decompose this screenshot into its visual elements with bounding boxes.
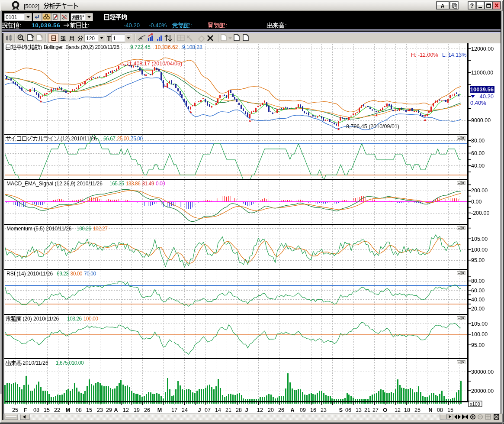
svg-text:MACD_EMA_Signal (12,26,9) 2010: MACD_EMA_Signal (12,26,9) 2010/11/26 — [6, 181, 103, 187]
svg-text:12: 12 — [395, 407, 401, 413]
svg-text:70.00: 70.00 — [84, 271, 96, 277]
svg-text:9,108.28: 9,108.28 — [182, 44, 202, 50]
svg-text:11,408.17 (2010/04/05): 11,408.17 (2010/04/05) — [126, 61, 182, 67]
svg-text:12: 12 — [123, 407, 129, 413]
svg-text:40.20: 40.20 — [479, 93, 494, 100]
svg-text:15: 15 — [44, 407, 50, 413]
svg-text:95.00: 95.00 — [471, 257, 485, 263]
svg-text:Bollinger_Bands (20,2) 2010/11: Bollinger_Bands (20,2) 2010/11/26 — [44, 44, 119, 50]
svg-text:F: F — [24, 407, 27, 413]
svg-text:[5002]: [5002] — [24, 3, 39, 10]
svg-text:(20) 2010/11/26: (20) 2010/11/26 — [22, 316, 59, 322]
svg-text:0.00: 0.00 — [471, 199, 482, 205]
svg-text:(12) 2010/11/26: (12) 2010/11/26 — [61, 136, 97, 142]
svg-text:M: M — [157, 407, 162, 413]
svg-text:13: 13 — [356, 407, 362, 413]
svg-text:9,722.45: 9,722.45 — [130, 44, 151, 50]
svg-text:23: 23 — [97, 407, 103, 413]
svg-text:10039.56: 10039.56 — [470, 86, 494, 93]
svg-text:102.27: 102.27 — [93, 226, 108, 232]
svg-text:26: 26 — [278, 407, 284, 413]
svg-text:10,336.62: 10,336.62 — [155, 44, 178, 50]
svg-text:M: M — [66, 407, 70, 413]
svg-text::: : — [20, 22, 22, 29]
svg-text:75.00: 75.00 — [131, 136, 143, 142]
svg-text:A: A — [290, 407, 294, 413]
svg-text:28: 28 — [236, 407, 242, 413]
svg-text:40.00: 40.00 — [471, 163, 485, 169]
svg-text:105.00: 105.00 — [471, 236, 488, 242]
svg-text:14: 14 — [215, 407, 221, 413]
svg-text:10,039.56: 10,039.56 — [32, 22, 60, 29]
svg-text:100.00: 100.00 — [471, 331, 488, 337]
svg-text:J: J — [245, 407, 248, 413]
svg-text:20: 20 — [268, 407, 274, 413]
svg-text:-40.20: -40.20 — [124, 22, 140, 29]
svg-text:80.00: 80.00 — [471, 278, 485, 284]
svg-text:*: * — [82, 14, 84, 20]
svg-text:80.00: 80.00 — [471, 138, 485, 144]
svg-text:69.23: 69.23 — [57, 271, 69, 277]
svg-text:120: 120 — [86, 36, 95, 42]
svg-text:(: ( — [27, 44, 29, 50]
svg-text:L: 14.13%: L: 14.13% — [442, 52, 466, 58]
svg-text:30000.00: 30000.00 — [471, 369, 494, 375]
svg-text:22: 22 — [54, 407, 60, 413]
svg-text:S: S — [339, 407, 343, 413]
svg-text:24: 24 — [182, 407, 188, 413]
svg-text:H: -12.00%: H: -12.00% — [411, 52, 438, 58]
svg-text:T: T — [107, 35, 111, 42]
svg-text:D: D — [32, 35, 34, 38]
svg-text:RSI (14) 2010/11/26: RSI (14) 2010/11/26 — [6, 271, 53, 277]
svg-text:-0.40%: -0.40% — [149, 22, 167, 29]
svg-text:133.86: 133.86 — [126, 181, 141, 187]
svg-text:09: 09 — [300, 407, 306, 413]
svg-text:2010/11/26: 2010/11/26 — [22, 360, 48, 366]
svg-text:30.00: 30.00 — [71, 271, 83, 277]
svg-text:?: ? — [470, 2, 474, 9]
svg-text:R: R — [41, 35, 43, 38]
svg-text:06: 06 — [345, 407, 351, 413]
svg-text:165.35: 165.35 — [109, 181, 125, 187]
svg-text::: : — [285, 22, 287, 29]
svg-text::: : — [88, 22, 90, 29]
svg-text:20.00: 20.00 — [471, 306, 485, 312]
svg-text:N: N — [428, 407, 432, 413]
svg-text:103.26: 103.26 — [67, 316, 82, 322]
svg-text:11000.00: 11000.00 — [471, 70, 493, 76]
svg-text:105.00: 105.00 — [471, 321, 488, 327]
svg-text::: : — [226, 22, 228, 29]
svg-text:27: 27 — [372, 407, 379, 413]
svg-text:20000.00: 20000.00 — [471, 388, 494, 394]
svg-text:1: 1 — [113, 36, 116, 42]
svg-text:100.00: 100.00 — [471, 247, 488, 253]
svg-text:08: 08 — [76, 407, 82, 413]
svg-text:200.00: 200.00 — [471, 188, 488, 194]
svg-text:8,796.45 (2010/09/01): 8,796.45 (2010/09/01) — [346, 123, 399, 129]
svg-text:16: 16 — [310, 407, 316, 413]
svg-text:26: 26 — [144, 407, 150, 413]
svg-text:0.00: 0.00 — [156, 181, 165, 187]
svg-text:21: 21 — [225, 407, 231, 413]
svg-text:60.00: 60.00 — [471, 288, 485, 294]
svg-text:07: 07 — [205, 407, 211, 413]
svg-text:18: 18 — [404, 407, 410, 413]
svg-text:21: 21 — [364, 407, 370, 413]
svg-text:O: O — [383, 407, 387, 413]
svg-text:40.00: 40.00 — [471, 297, 485, 303]
svg-text:1,675,010.00: 1,675,010.00 — [56, 360, 84, 366]
svg-text:12000.00: 12000.00 — [471, 46, 494, 52]
svg-text:60.00: 60.00 — [471, 150, 485, 156]
svg-text:A: A — [114, 407, 118, 413]
svg-text:J: J — [198, 407, 201, 413]
svg-text:): ) — [40, 44, 42, 50]
svg-text:25: 25 — [12, 407, 18, 413]
svg-text:31.49: 31.49 — [142, 181, 154, 187]
svg-text:9000.00: 9000.00 — [471, 117, 491, 123]
svg-text:0101: 0101 — [6, 14, 17, 20]
svg-text:15: 15 — [86, 407, 92, 413]
svg-text:0.40%: 0.40% — [470, 100, 486, 106]
svg-text:25.00: 25.00 — [117, 136, 129, 142]
svg-text:23: 23 — [321, 407, 327, 413]
svg-text:08: 08 — [437, 407, 443, 413]
